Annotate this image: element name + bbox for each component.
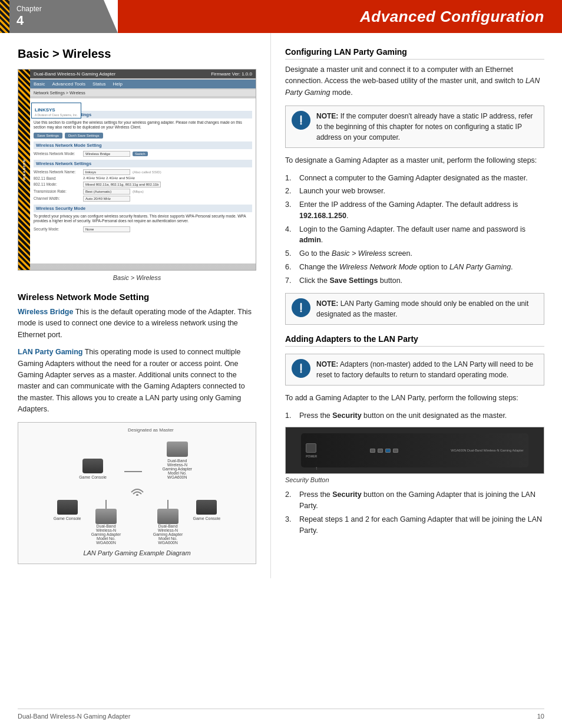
step-4: 4. Login to the Gaming Adapter. The defa… <box>285 224 544 246</box>
note-icon-1 <box>292 111 310 130</box>
footer-right: 10 <box>537 713 544 720</box>
security-caption: Security Button <box>285 476 544 483</box>
note-icon-3 <box>292 359 310 378</box>
wireless-bridge-term: Wireless Bridge <box>18 308 73 316</box>
svg-point-2 <box>300 311 302 312</box>
svg-point-0 <box>136 494 138 496</box>
screenshot-caption: Basic > Wireless <box>18 274 256 281</box>
mode-setting-title: Wireless Network Mode Setting <box>18 292 256 302</box>
diagram-caption: LAN Party Gaming Example Diagram <box>25 549 249 556</box>
step-5: 5. Go to the Basic > Wireless screen. <box>285 248 544 259</box>
screenshot-box: LINKSYS A Division of Cisco Systems, Inc… <box>18 69 256 271</box>
sim-nav: Basic Advanced Tools Status Help <box>30 80 256 88</box>
steps-intro: To designate a Gaming Adapter as a maste… <box>285 155 544 166</box>
diagram-master-adapter: Dual-Band Wireless-NGaming AdapterModel … <box>160 442 195 479</box>
steps2-list: 1. Press the Security button on the unit… <box>285 410 544 421</box>
sim-model-label: WGA600N <box>22 159 26 180</box>
lan-party-desc: This operating mode is used to connect m… <box>18 348 245 413</box>
step2-2: 2. Press the Security button on the Gami… <box>285 489 544 512</box>
page-footer: Dual-Band Wireless-N Gaming Adapter 10 <box>18 709 544 720</box>
step-1: 1. Connect a computer to the Gaming Adap… <box>285 173 544 184</box>
page-title: Advanced Configuration <box>360 8 544 26</box>
footer-left: Dual-Band Wireless-N Gaming Adapter <box>18 713 130 720</box>
svg-point-1 <box>300 123 302 125</box>
note-icon-2 <box>292 298 310 317</box>
step-7: 7. Click the Save Settings button. <box>285 275 544 286</box>
lan-party-paragraph: LAN Party Gaming This operating mode is … <box>18 347 256 415</box>
note-text-3: NOTE: Adapters (non-master) added to the… <box>316 359 538 380</box>
section1-title: Configuring LAN Party Gaming <box>285 47 544 60</box>
step2-3: 3. Repeat steps 1 and 2 for each Gaming … <box>285 514 544 536</box>
note-text-2: NOTE: LAN Party Gaming mode should only … <box>316 298 538 319</box>
lan-party-diagram: Designated as Master Game Console Dual-B… <box>18 422 256 564</box>
chapter-label: Chapter <box>16 5 100 13</box>
master-label: Designated as Master <box>128 427 174 433</box>
sim-logo: LINKSYS <box>35 107 55 113</box>
wireless-bridge-paragraph: Wireless Bridge This is the default oper… <box>18 307 256 341</box>
note-box-2: NOTE: LAN Party Gaming mode should only … <box>285 293 544 325</box>
page-header: Chapter 4 Advanced Configuration <box>0 0 562 33</box>
sim-header: Dual-Band Wireless-N Gaming Adapter Firm… <box>30 70 256 78</box>
diagram-master-label2: Dual-Band Wireless-NGaming AdapterModel … <box>160 459 195 479</box>
security-arrow: ↑ <box>315 466 318 471</box>
left-section-title: Basic > Wireless <box>18 47 256 61</box>
note-box-1: NOTE: If the computer doesn't already ha… <box>285 106 544 148</box>
diagram-console-label: Game Console <box>79 475 107 479</box>
diagram-bottom-console1: Game Console <box>54 500 81 521</box>
sim-logo-sub: A Division of Cisco Systems, Inc. <box>35 113 78 117</box>
diagram-game-console-top: Game Console <box>79 459 107 479</box>
left-column: Basic > Wireless LINKSYS A Division of C… <box>0 33 271 578</box>
security-device-label: WGA600N Dual-Band Wireless-N Gaming Adap… <box>451 449 524 452</box>
svg-point-3 <box>300 371 302 373</box>
step-3: 3. Enter the IP address of the Gaming Ad… <box>285 199 544 222</box>
note-box-3: NOTE: Adapters (non-master) added to the… <box>285 354 544 386</box>
note-text-1: NOTE: If the computer doesn't already ha… <box>316 111 538 143</box>
steps-list: 1. Connect a computer to the Gaming Adap… <box>285 173 544 286</box>
section2-title: Adding Adapters to the LAN Party <box>285 334 544 347</box>
diagram-bottom-console2: Game Console <box>193 500 221 521</box>
chapter-number: 4 <box>16 13 100 28</box>
lan-party-term: LAN Party Gaming <box>18 348 82 356</box>
wifi-symbol <box>25 484 249 498</box>
header-title-bar: Advanced Configuration <box>118 0 562 33</box>
sim-breadcrumb: Network Settings > Wireless <box>30 90 256 96</box>
content-area: Basic > Wireless LINKSYS A Division of C… <box>0 33 562 578</box>
steps2-intro: To add a Gaming Adapter to the LAN Party… <box>285 393 544 404</box>
security-device-image: POWER WGA600N Dual-Band Wireless-N Gamin… <box>285 427 544 474</box>
step-6: 6. Change the Wireless Network Mode opti… <box>285 262 544 273</box>
steps2-list-cont: 2. Press the Security button on the Gami… <box>285 489 544 536</box>
sim-content: Wireless Wireless Network Settings Use t… <box>30 98 256 263</box>
section1-intro: Designate a master unit and connect it t… <box>285 64 544 98</box>
step2-1: 1. Press the Security button on the unit… <box>285 410 544 421</box>
step-2: 2. Launch your web browser. <box>285 186 544 197</box>
right-column: Configuring LAN Party Gaming Designate a… <box>271 33 562 578</box>
